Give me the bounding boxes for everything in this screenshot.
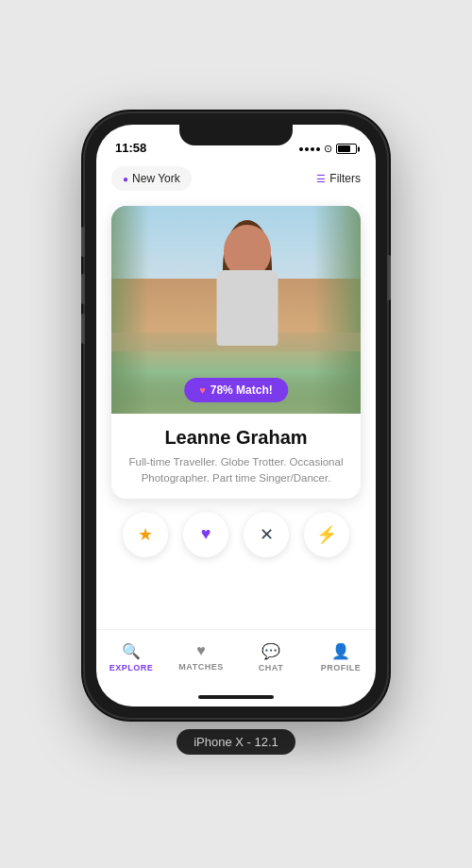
profile-name: Leanne Graham xyxy=(123,427,349,449)
match-percent: 78% Match! xyxy=(211,383,273,397)
chat-icon: 💬 xyxy=(261,642,280,660)
profile-image: ♥ 78% Match! xyxy=(111,206,361,414)
volume-up-button xyxy=(81,274,85,304)
profile-info: Leanne Graham Full-time Traveller. Globe… xyxy=(111,414,361,499)
match-badge: ♥ 78% Match! xyxy=(184,378,288,402)
nav-item-matches[interactable]: ♥ MATCHES xyxy=(173,642,229,672)
phone-frame: 11:58 ⊙ ● New York ☰ xyxy=(85,113,387,718)
tree-right xyxy=(313,206,361,414)
wifi-icon: ⊙ xyxy=(324,143,332,155)
match-heart-icon: ♥ xyxy=(199,384,206,396)
profile-bio: Full-time Traveller. Globe Trotter. Occa… xyxy=(123,454,349,487)
main-content: ♥ 78% Match! Leanne Graham Full-time Tra… xyxy=(96,198,376,629)
filter-label: Filters xyxy=(329,172,361,185)
home-indicator xyxy=(96,688,376,706)
nav-label-explore: EXPLORE xyxy=(110,663,154,672)
bolt-button[interactable]: ⚡ xyxy=(304,512,349,557)
action-buttons: ★ ♥ ✕ ⚡ xyxy=(123,499,349,565)
signal-dots xyxy=(299,147,320,151)
person-body xyxy=(217,270,278,346)
bolt-icon: ⚡ xyxy=(316,524,337,545)
nav-label-chat: CHAT xyxy=(259,663,283,672)
nav-label-matches: MATCHES xyxy=(178,662,223,672)
filter-button[interactable]: ☰ Filters xyxy=(316,172,361,185)
app-header: ● New York ☰ Filters xyxy=(96,159,376,198)
star-icon: ★ xyxy=(138,524,153,545)
location-button[interactable]: ● New York xyxy=(111,166,192,191)
home-bar xyxy=(198,695,274,699)
cross-button[interactable]: ✕ xyxy=(244,512,289,557)
heart-button[interactable]: ♥ xyxy=(183,512,228,557)
nav-item-explore[interactable]: 🔍 EXPLORE xyxy=(103,642,160,672)
tree-left xyxy=(111,206,149,414)
person-head xyxy=(224,225,271,277)
bottom-nav: 🔍 EXPLORE ♥ MATCHES 💬 CHAT 👤 PROFILE xyxy=(96,629,376,688)
phone-wrapper: 11:58 ⊙ ● New York ☰ xyxy=(85,113,387,755)
matches-icon: ♥ xyxy=(196,642,206,659)
profile-card: ♥ 78% Match! Leanne Graham Full-time Tra… xyxy=(111,206,361,499)
nav-label-profile: PROFILE xyxy=(321,663,362,672)
location-pin-icon: ● xyxy=(123,174,128,184)
nav-item-profile[interactable]: 👤 PROFILE xyxy=(312,642,369,672)
explore-icon: 🔍 xyxy=(122,642,141,660)
heart-icon: ♥ xyxy=(201,524,211,544)
cross-icon: ✕ xyxy=(260,524,274,545)
status-icons: ⊙ xyxy=(299,143,357,155)
location-label: New York xyxy=(132,172,180,185)
profile-icon: 👤 xyxy=(331,642,350,660)
volume-down-button xyxy=(81,314,85,344)
filter-icon: ☰ xyxy=(316,173,326,185)
phone-screen: 11:58 ⊙ ● New York ☰ xyxy=(96,125,376,706)
status-time: 11:58 xyxy=(115,141,146,155)
device-label: iPhone X - 12.1 xyxy=(177,729,295,755)
phone-notch xyxy=(179,125,293,145)
nav-item-chat[interactable]: 💬 CHAT xyxy=(243,642,299,672)
star-button[interactable]: ★ xyxy=(123,512,168,557)
battery-icon xyxy=(336,144,357,154)
